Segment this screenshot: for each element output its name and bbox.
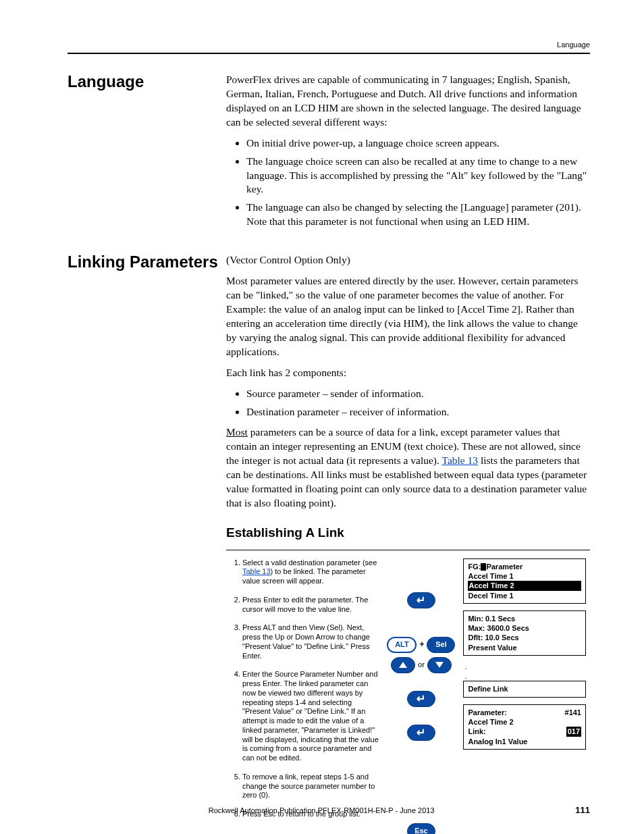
him-screen-group: FG:Parameter Accel Time 1 Accel Time 2 D… (463, 558, 586, 604)
language-bullets: On initial drive power-up, a language ch… (226, 136, 590, 230)
enter-key-icon: ↵ (407, 725, 435, 741)
enter-key-icon: ↵ (407, 592, 435, 608)
heading-language: Language (68, 73, 219, 90)
him4-l4: Analog In1 Value (468, 737, 581, 746)
him1-selected: Accel Time 2 (468, 581, 581, 590)
him1-title-b: Parameter (486, 563, 522, 571)
step-4: Enter the Source Parameter Number and pr… (242, 670, 379, 763)
linking-bullets: Source parameter – sender of information… (226, 387, 590, 419)
him-screen-limits: Min: 0.1 Secs Max: 3600.0 Secs Dflt: 10.… (463, 610, 586, 656)
linking-bullet: Source parameter – sender of information… (246, 387, 590, 401)
steps-table: Select a valid destination parameter (se… (226, 550, 590, 834)
linking-note: (Vector Control Option Only) (226, 253, 590, 267)
him3-label: Define Link (468, 684, 581, 694)
subhead-establishing: Establishing A Link (226, 524, 590, 542)
linking-bullet: Destination parameter – receiver of info… (246, 405, 590, 419)
step-3: Press ALT and then View (Sel). Next, pre… (242, 623, 379, 660)
him2-pv: Present Value (468, 643, 581, 652)
running-header: Language (68, 41, 590, 49)
step-1-a: Select a valid destination parameter (se… (242, 558, 377, 567)
down-arrow-key-icon (427, 657, 452, 673)
sel-key-icon: Sel (427, 637, 455, 653)
him-screen-define-link: Define Link (463, 681, 586, 697)
him1-title-a: FG: (468, 563, 481, 571)
steps-cell: Select a valid destination parameter (se… (226, 550, 383, 834)
him4-l3a: Link: (468, 727, 485, 736)
linking-p3-most: Most (226, 426, 248, 438)
esc-key-icon: Esc (407, 823, 435, 834)
him4-link-value: 017 (566, 727, 581, 736)
heading-linking: Linking Parameters (68, 253, 219, 271)
him4-l1a: Parameter: (468, 708, 506, 717)
table-link[interactable]: Table 13 (442, 454, 479, 466)
language-bullet: On initial drive power-up, a language ch… (246, 136, 590, 151)
step-1: Select a valid destination parameter (se… (242, 558, 379, 586)
language-bullet: The language can also be changed by sele… (246, 201, 590, 229)
him2-dflt: Dflt: 10.0 Secs (468, 633, 581, 642)
up-arrow-key-icon (391, 657, 415, 673)
language-intro: PowerFlex drives are capable of communic… (226, 73, 590, 130)
him4-l2: Accel Time 2 (468, 717, 581, 727)
linking-p1: Most parameter values are entered direct… (226, 274, 590, 359)
him2-max: Max: 3600.0 Secs (468, 623, 581, 633)
him2-min: Min: 0.1 Secs (468, 614, 581, 623)
page-number: 111 (575, 805, 590, 815)
linking-p2: Each link has 2 components: (226, 366, 590, 380)
continuation-dots: . (463, 672, 586, 681)
step-1-link[interactable]: Table 13 (242, 567, 271, 575)
him-cell: FG:Parameter Accel Time 1 Accel Time 2 D… (459, 550, 590, 834)
him-screen-param-link: Parameter: #141 Accel Time 2 Link: 017 A… (463, 704, 586, 750)
him4-l1b: #141 (565, 708, 581, 717)
language-bullet: The language choice screen can also be r… (246, 155, 590, 197)
enter-key-icon: ↵ (407, 691, 435, 707)
footer-text: Rockwell Automation Publication PFLEX-RM… (209, 806, 435, 814)
page-footer: Rockwell Automation Publication PFLEX-RM… (68, 805, 590, 815)
linking-p3: Most parameters can be a source of data … (226, 425, 590, 511)
buttons-cell: ↵ ALT + Sel or (383, 550, 459, 834)
or-label: or (418, 660, 425, 670)
section-language: Language PowerFlex drives are capable of… (68, 73, 590, 236)
him1-l1: Accel Time 1 (468, 571, 581, 581)
top-rule (68, 53, 590, 54)
section-linking: Linking Parameters (Vector Control Optio… (68, 253, 590, 834)
plus-icon: + (419, 640, 424, 650)
continuation-dots: . (463, 662, 586, 672)
alt-key-icon: ALT (387, 637, 417, 653)
step-2: Press Enter to edit the parameter. The c… (242, 596, 379, 615)
step-5: To remove a link, repeat steps 1-5 and c… (242, 773, 379, 800)
him1-l3: Decel Time 1 (468, 591, 581, 600)
